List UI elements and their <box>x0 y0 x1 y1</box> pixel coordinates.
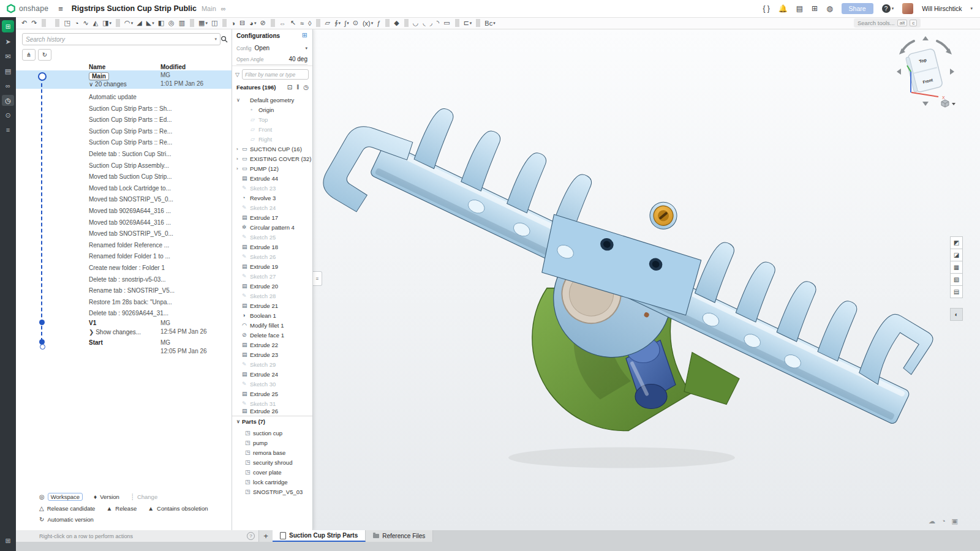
history-change-row[interactable]: Suction Cup Strip Parts :: Re... <box>16 137 232 149</box>
mirror-icon[interactable] <box>209 19 220 27</box>
configurations-table-icon[interactable] <box>302 31 307 39</box>
feature-row[interactable]: Sketch 27 <box>232 271 312 281</box>
feature-row[interactable]: Right <box>232 134 312 144</box>
workspace-badge[interactable]: Main <box>89 72 109 80</box>
feature-row[interactable]: Extrude 22 <box>232 340 312 350</box>
toolbar-search[interactable]: Search tools... alt c <box>849 18 921 28</box>
copy-link-icon[interactable] <box>221 5 226 12</box>
part-row[interactable]: suction cup <box>232 428 312 438</box>
history-change-row[interactable]: Delete tab : snostrip-v5-03... <box>16 274 232 286</box>
feature-row[interactable]: Extrude 18 <box>232 242 312 252</box>
feature-row[interactable]: Top <box>232 114 312 124</box>
sheet-metal-corner-icon[interactable] <box>435 19 442 27</box>
feature-row[interactable]: Extrude 25 <box>232 389 312 399</box>
feature-row[interactable]: Delete face 1 <box>232 330 312 340</box>
feature-row[interactable]: Sketch 23 <box>232 183 312 193</box>
versions-history-icon[interactable] <box>2 95 14 106</box>
history-change-row[interactable]: Renamed folder Reference ... <box>16 240 232 252</box>
avatar[interactable] <box>902 3 913 14</box>
sync-status-icon[interactable] <box>929 517 935 525</box>
feature-row[interactable]: Origin <box>232 105 312 114</box>
plane-icon[interactable] <box>323 19 332 27</box>
history-change-row[interactable]: Automatic update <box>16 92 232 103</box>
hole-icon[interactable] <box>167 19 177 27</box>
user-menu-caret-icon[interactable] <box>970 6 973 11</box>
document-title[interactable]: Rigstrips Suction Cup Strip Public <box>72 4 197 13</box>
feature-row[interactable]: PUMP (12) <box>232 163 312 173</box>
part-row[interactable]: security shroud <box>232 457 312 467</box>
feature-row[interactable]: Revolve 3 <box>232 193 312 203</box>
feature-row[interactable]: Extrude 20 <box>232 281 312 291</box>
rollback-history-icon[interactable] <box>303 84 309 91</box>
outline-list-icon[interactable] <box>2 124 14 135</box>
divider[interactable] <box>42 19 46 27</box>
main-menu-icon[interactable] <box>58 4 63 13</box>
v1-show-changes[interactable]: ❯ Show changes... <box>89 329 141 335</box>
filter-funnel-icon[interactable] <box>235 72 239 78</box>
feature-row[interactable]: Sketch 26 <box>232 252 312 261</box>
hidden-edges-icon[interactable] <box>950 261 963 274</box>
feature-row[interactable]: Extrude 26 <box>232 408 312 413</box>
divider[interactable] <box>116 19 120 27</box>
rollback-select-icon[interactable] <box>287 84 292 91</box>
onshape-logo-icon[interactable] <box>6 4 16 13</box>
config-param-open-angle[interactable]: Open Angle 40 deg <box>236 56 307 65</box>
display-settings-icon[interactable] <box>952 517 958 525</box>
history-row-start[interactable]: Start MG 12:05 PM Jan 26 <box>16 338 232 358</box>
feature-row[interactable]: Sketch 24 <box>232 203 312 212</box>
transform-icon[interactable] <box>277 20 288 27</box>
variable-icon[interactable] <box>361 20 375 27</box>
history-change-row[interactable]: Moved tab 90269A644_316 ... <box>16 217 232 229</box>
sheet-metal-flange-icon[interactable] <box>421 19 428 27</box>
tab-reference-files[interactable]: Reference Files <box>366 530 433 542</box>
undo-icon[interactable] <box>20 19 29 27</box>
feature-row[interactable]: Extrude 23 <box>232 350 312 359</box>
feature-row[interactable]: Sketch 25 <box>232 232 312 242</box>
notifications-icon[interactable] <box>778 4 788 13</box>
shell-icon[interactable] <box>156 19 167 27</box>
tab-suction-cup-strip-parts[interactable]: Suction Cup Strip Parts <box>273 530 366 542</box>
part-row[interactable]: cover plate <box>232 467 312 477</box>
feature-row[interactable]: Sketch 31 <box>232 399 312 408</box>
share-link-icon[interactable] <box>2 80 14 91</box>
feature-filter-input[interactable]: Filter by name or type <box>242 69 309 80</box>
view-cube[interactable]: Top Front X <box>893 34 958 114</box>
history-change-row[interactable]: Moved tab Suction Cup Strip... <box>16 171 232 183</box>
frame-icon[interactable] <box>462 19 474 27</box>
history-change-row[interactable]: Rename tab : SNOSTRIP_V5... <box>16 285 232 297</box>
comments-icon[interactable] <box>2 51 14 62</box>
model-3d[interactable] <box>312 29 980 530</box>
history-change-row[interactable]: Create new folder : Folder 1 <box>16 263 232 274</box>
redo-icon[interactable] <box>29 19 39 27</box>
timeline-v1-marker[interactable] <box>39 320 45 325</box>
select-tool-icon[interactable] <box>2 36 14 47</box>
history-change-row[interactable]: Moved tab SNOSTRIP_V5_0... <box>16 228 232 240</box>
split-icon[interactable] <box>238 19 247 27</box>
divider[interactable] <box>271 19 275 27</box>
search-history-button[interactable] <box>218 33 230 45</box>
feature-row[interactable]: Default geometry <box>232 95 312 105</box>
history-row-v1[interactable]: V1 ❯ Show changes... MG 12:54 PM Jan 26 <box>16 318 232 338</box>
view-isometric-icon[interactable] <box>950 236 963 249</box>
part-row[interactable]: SNOSTRIP_V5_03 <box>232 487 312 497</box>
learning-center-icon[interactable] <box>796 4 803 13</box>
feature-chevron-icon[interactable] <box>236 97 242 103</box>
feature-row[interactable]: Sketch 29 <box>232 359 312 369</box>
history-change-row[interactable]: Suction Cup Strip Parts :: Sh... <box>16 103 232 115</box>
sheet-metal-flat-icon[interactable] <box>442 19 452 27</box>
render-mode-icon[interactable] <box>950 285 963 298</box>
feature-row[interactable]: Extrude 19 <box>232 261 312 271</box>
user-name[interactable]: Will Hirschtick <box>922 5 962 12</box>
main-changes-toggle[interactable]: ∨ 20 changes <box>89 81 127 88</box>
curve-icon[interactable] <box>342 20 351 27</box>
divider[interactable] <box>55 19 59 27</box>
parts-section-header[interactable]: Parts (7) <box>236 418 265 425</box>
feature-row[interactable]: Extrude 44 <box>232 173 312 183</box>
point-icon[interactable] <box>351 19 361 27</box>
divider[interactable] <box>476 19 480 27</box>
search-history-caret-icon[interactable] <box>214 37 217 42</box>
featurescript-icon[interactable] <box>763 4 769 13</box>
config-selector[interactable]: Config Open <box>236 45 307 51</box>
history-change-row[interactable]: Suction Cup Strip Parts :: Re... <box>16 126 232 138</box>
feature-row[interactable]: Extrude 17 <box>232 212 312 222</box>
